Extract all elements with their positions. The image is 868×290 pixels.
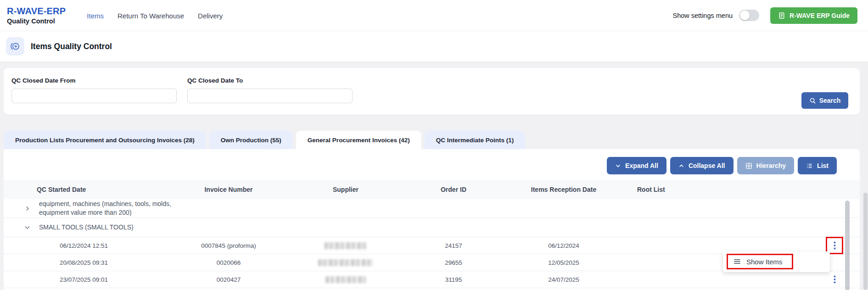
cell-invoice-number: 0007845 (proforma)	[169, 242, 288, 249]
column-invoice-number: Invoice Number	[169, 186, 288, 193]
tab-own-production[interactable]: Own Production (55)	[209, 131, 293, 149]
chevron-down-icon[interactable]	[24, 224, 31, 231]
page-scrollbar[interactable]	[862, 62, 868, 290]
grid-icon	[745, 162, 752, 169]
tab-qc-intermediate-points[interactable]: QC Intermediate Points (1)	[425, 131, 526, 149]
page-title-band: Items Quality Control	[0, 31, 868, 62]
table-header-row: QC Started Date Invoice Number Supplier …	[4, 180, 860, 199]
group-row-equipment-machines[interactable]: equipment, machines (machines, tools, mo…	[4, 199, 860, 218]
list-label: List	[817, 162, 829, 169]
book-icon	[778, 12, 785, 19]
table-scrollbar[interactable]	[845, 201, 850, 290]
tab-content-panel: Expand All Collapse All Hierarchy	[4, 149, 860, 290]
page-body: QC Closed Date From QC Closed Date To Se…	[0, 62, 868, 290]
list-icon	[806, 162, 813, 169]
list-view-button[interactable]: List	[798, 157, 837, 174]
cell-invoice-number: 0020066	[169, 259, 288, 266]
top-bar: R-WAVE-ERP Quality Control Items Return …	[0, 0, 868, 31]
cell-supplier-redacted	[288, 259, 403, 266]
row-actions-kebab-button[interactable]	[827, 272, 842, 287]
expand-all-label: Expand All	[625, 162, 658, 169]
settings-toggle[interactable]	[739, 10, 759, 21]
chevron-up-icon	[678, 163, 684, 169]
cell-order-id: 24157	[403, 242, 504, 249]
show-items-menu-item[interactable]: Show Items	[727, 254, 793, 269]
hamburger-icon	[734, 258, 741, 265]
cell-qc-started-date: 23/07/2025 09:01	[4, 276, 169, 283]
cell-qc-started-date: 06/12/2024 12:51	[4, 242, 169, 249]
table-toolbar: Expand All Collapse All Hierarchy	[4, 149, 860, 174]
app-logo-title: R-WAVE-ERP	[7, 6, 66, 17]
quality-control-page-icon	[6, 37, 24, 56]
collapse-all-button[interactable]: Collapse All	[670, 157, 734, 174]
column-supplier: Supplier	[288, 186, 403, 193]
row-actions-kebab-button[interactable]	[827, 238, 842, 253]
expand-all-button[interactable]: Expand All	[607, 157, 666, 174]
main-nav: Items Return To Warehouse Delivery	[87, 12, 223, 20]
tab-general-procurement-invoices[interactable]: General Procurement Invoices (42)	[296, 131, 421, 149]
group-label: equipment, machines (machines, tools, mo…	[39, 200, 187, 217]
settings-toggle-label: Show settings menu	[672, 12, 733, 19]
chevron-down-icon	[615, 163, 621, 169]
group-row-small-tools[interactable]: SMALL TOOLS (SMALL TOOLS)	[4, 218, 860, 237]
chevron-right-icon[interactable]	[24, 205, 31, 212]
erp-guide-button[interactable]: R-WAVE ERP Guide	[770, 7, 857, 24]
search-button-label: Search	[819, 97, 841, 104]
column-root-list: Root List	[623, 186, 809, 193]
erp-guide-button-label: R-WAVE ERP Guide	[790, 12, 850, 19]
cell-items-reception-date: 24/07/2025	[504, 276, 623, 283]
cell-invoice-number: 0020427	[169, 276, 288, 283]
show-items-label: Show Items	[746, 258, 782, 266]
hierarchy-view-button[interactable]: Hierarchy	[737, 157, 795, 174]
search-icon	[809, 97, 816, 104]
cell-supplier-redacted	[288, 276, 403, 283]
filter-card: QC Closed Date From QC Closed Date To Se…	[4, 68, 860, 115]
qc-closed-date-to-input[interactable]	[187, 89, 353, 103]
page-title: Items Quality Control	[31, 42, 112, 51]
table-row[interactable]: 23/07/2025 09:01 0020427 31195 24/07/202…	[4, 271, 860, 288]
app-logo: R-WAVE-ERP Quality Control	[7, 6, 66, 25]
cell-qc-started-date: 20/08/2025 09:31	[4, 259, 169, 266]
nav-item-items[interactable]: Items	[87, 12, 104, 20]
hierarchy-label: Hierarchy	[756, 162, 786, 169]
column-items-reception-date: Items Reception Date	[504, 186, 623, 193]
tab-bar: Production Lists Procurement and Outsour…	[4, 131, 525, 149]
column-qc-started-date: QC Started Date	[4, 186, 169, 193]
cell-supplier-redacted	[288, 242, 403, 249]
nav-item-delivery[interactable]: Delivery	[198, 12, 223, 20]
qc-closed-date-to-label: QC Closed Date To	[187, 77, 353, 84]
qc-closed-date-from-label: QC Closed Date From	[11, 77, 177, 84]
row-actions-dropdown: Show Items	[723, 251, 830, 272]
app-logo-subtitle: Quality Control	[7, 17, 66, 25]
group-label: SMALL TOOLS (SMALL TOOLS)	[39, 223, 134, 232]
tab-production-lists-procurement[interactable]: Production Lists Procurement and Outsour…	[4, 131, 206, 149]
search-button[interactable]: Search	[801, 92, 848, 109]
toggle-knob	[740, 11, 750, 20]
cell-items-reception-date: 12/05/2025	[504, 259, 623, 266]
cell-items-reception-date: 06/12/2024	[504, 242, 623, 249]
collapse-all-label: Collapse All	[689, 162, 725, 169]
cell-order-id: 29655	[403, 259, 504, 266]
page-scrollbar-thumb[interactable]	[863, 193, 868, 290]
nav-item-return-to-warehouse[interactable]: Return To Warehouse	[118, 12, 184, 20]
column-order-id: Order ID	[403, 186, 504, 193]
cell-order-id: 31195	[403, 276, 504, 283]
qc-closed-date-from-input[interactable]	[11, 89, 177, 103]
